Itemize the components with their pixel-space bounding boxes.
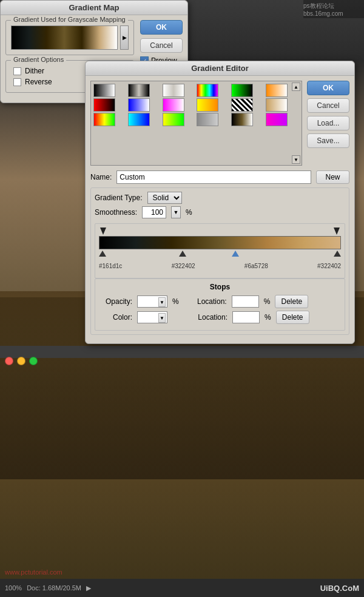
gradient-type-label: Gradient Type: xyxy=(95,194,143,202)
watermark-left: www.pctutorial.com xyxy=(5,568,62,576)
ge-stops-section: Stops Opacity: ▼ % Location: % Delete Co… xyxy=(95,278,345,331)
color-location-input[interactable] xyxy=(232,311,260,323)
name-label: Name: xyxy=(90,173,112,181)
swatch-10[interactable] xyxy=(197,98,218,112)
color-input[interactable]: ▼ xyxy=(137,311,167,323)
gradient-editor-dialog: Gradient Editor xyxy=(85,61,355,344)
dither-checkbox[interactable] xyxy=(13,67,21,75)
swatch-15[interactable] xyxy=(163,113,184,126)
bottom-bar-left: 100% Doc: 1.68M/20.5M ▶ xyxy=(5,584,320,592)
opacity-input[interactable]: ▼ xyxy=(137,295,167,308)
color-arrow[interactable]: ▼ xyxy=(158,313,166,323)
name-input[interactable] xyxy=(116,170,311,184)
color-stop-3[interactable] xyxy=(334,251,341,257)
swatch-14[interactable] xyxy=(128,113,150,126)
opacity-pct: % xyxy=(172,297,179,306)
zoom-level: 100% xyxy=(5,584,22,592)
swatch-16[interactable] xyxy=(197,113,218,126)
gradient-used-section: Gradient Used for Grayscale Mapping ▶ xyxy=(5,20,134,55)
color-stop-0[interactable] xyxy=(99,251,106,257)
smoothness-arrow[interactable]: ▼ xyxy=(171,206,181,218)
doc-info: Doc: 1.68M/20.5M xyxy=(27,584,81,592)
opacity-stop-label: Opacity: xyxy=(99,297,132,306)
ge-save-button[interactable]: Save... xyxy=(307,133,349,148)
gradient-type-select[interactable]: Solid xyxy=(147,192,182,204)
reverse-label: Reverse xyxy=(25,78,52,86)
nav-arrow[interactable]: ▶ xyxy=(86,584,91,592)
swatch-8[interactable] xyxy=(128,98,150,112)
swatch-12[interactable] xyxy=(266,98,288,112)
opacity-delete-btn[interactable]: Delete xyxy=(275,295,308,308)
dither-label: Dither xyxy=(25,67,44,75)
opacity-arrow[interactable]: ▼ xyxy=(158,297,166,307)
color-stop-2[interactable] xyxy=(232,251,239,257)
gradient-options-label: Gradient Options xyxy=(11,56,66,63)
ok-button[interactable]: OK xyxy=(140,20,183,35)
stop-label-2: #6a5728 xyxy=(244,263,268,269)
swatch-3[interactable] xyxy=(163,84,184,97)
swatch-18[interactable] xyxy=(266,113,288,126)
ps-top-bar xyxy=(0,346,364,358)
cancel-button[interactable]: Cancel xyxy=(140,38,183,53)
reverse-checkbox[interactable] xyxy=(13,78,21,86)
ge-top: ▲ ▼ OK Cancel Load... Save... xyxy=(90,81,349,166)
traffic-lights xyxy=(5,357,38,365)
gradient-preview[interactable] xyxy=(11,25,118,50)
presets-scroll[interactable]: ▲ ▼ xyxy=(90,81,302,166)
ge-smooth-row: Smoothness: ▼ % xyxy=(95,206,345,218)
stops-title: Stops xyxy=(99,283,341,291)
swatch-7[interactable] xyxy=(93,98,115,112)
opacity-stop-right[interactable] xyxy=(334,228,340,235)
gradient-bar[interactable] xyxy=(99,236,341,249)
ge-gradient-area: #161d1c #322402 #6a5728 #322402 xyxy=(95,223,345,278)
opacity-location-label: Location: xyxy=(194,297,227,306)
ge-right-buttons: OK Cancel Load... Save... xyxy=(307,81,349,166)
swatch-2[interactable] xyxy=(128,84,150,97)
opacity-stop-left[interactable] xyxy=(100,228,106,235)
color-stop-1[interactable] xyxy=(179,251,186,257)
swatch-17[interactable] xyxy=(231,113,253,126)
swatch-9[interactable] xyxy=(163,98,184,112)
ge-cancel-button[interactable]: Cancel xyxy=(307,98,349,113)
logo-text: ps教程论坛 bbs.16mg.com xyxy=(303,2,364,17)
opacity-location-pct: % xyxy=(264,297,271,306)
dialog-title: Gradient Map xyxy=(1,1,187,15)
ge-title: Gradient Editor xyxy=(86,61,354,76)
color-location-label: Location: xyxy=(194,313,228,322)
color-stop-row: Color: ▼ Location: % Delete xyxy=(99,311,341,324)
swatch-1[interactable] xyxy=(93,84,115,97)
swatch-5[interactable] xyxy=(231,84,253,97)
gradient-used-label: Gradient Used for Grayscale Mapping xyxy=(11,16,128,23)
new-button[interactable]: New xyxy=(316,170,349,184)
ge-ok-button[interactable]: OK xyxy=(307,81,349,95)
opacity-location-input[interactable] xyxy=(232,295,259,308)
minimize-btn[interactable] xyxy=(17,357,25,365)
gradient-expand-btn[interactable]: ▶ xyxy=(120,25,129,50)
scroll-up-btn[interactable]: ▲ xyxy=(292,83,300,91)
stop-labels: #161d1c #322402 #6a5728 #322402 xyxy=(99,263,341,269)
stop-label-0: #161d1c xyxy=(99,263,122,269)
ge-name-row: Name: New xyxy=(90,170,349,184)
color-location-pct: % xyxy=(265,313,271,322)
scroll-down-btn[interactable]: ▼ xyxy=(292,155,300,164)
smoothness-input[interactable] xyxy=(142,206,166,218)
swatch-4[interactable] xyxy=(197,84,218,97)
swatch-11[interactable] xyxy=(231,98,253,112)
color-delete-btn[interactable]: Delete xyxy=(276,311,309,324)
gradient-preview-container: ▶ xyxy=(11,25,129,50)
smoothness-pct: % xyxy=(186,208,192,217)
ge-load-button[interactable]: Load... xyxy=(307,116,349,130)
ge-presets-area: ▲ ▼ xyxy=(90,81,302,166)
swatch-6[interactable] xyxy=(266,84,288,97)
ge-type-row: Gradient Type: Solid xyxy=(95,192,345,204)
dialog-buttons: OK Cancel ✓ Preview xyxy=(140,20,183,65)
stop-label-3: #322402 xyxy=(317,263,341,269)
maximize-btn[interactable] xyxy=(29,357,38,365)
swatch-13[interactable] xyxy=(93,113,115,126)
stop-label-1: #322402 xyxy=(172,263,195,269)
close-btn[interactable] xyxy=(5,357,13,365)
brand-text: UiBQ.CoM xyxy=(320,584,359,593)
bottom-bar: 100% Doc: 1.68M/20.5M ▶ UiBQ.CoM xyxy=(0,579,364,597)
presets-grid xyxy=(93,84,299,126)
logo-area: ps教程论坛 bbs.16mg.com xyxy=(303,0,364,18)
